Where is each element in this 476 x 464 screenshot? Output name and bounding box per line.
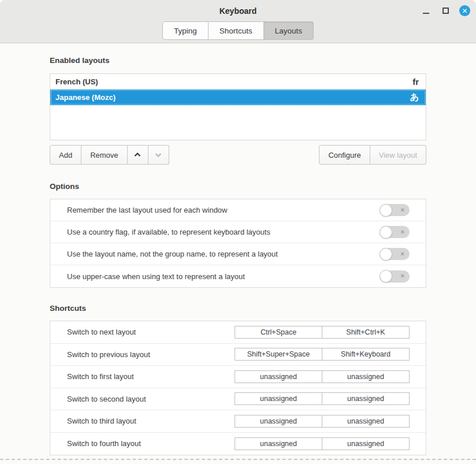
option-label: Use a country flag, if available, to rep…	[67, 228, 380, 236]
shortcut-label: Switch to first layout	[67, 372, 235, 381]
option-row-upper-case: Use upper-case when using text to repres…	[50, 265, 426, 287]
shortcut-secondary-button[interactable]: unassigned	[322, 370, 410, 383]
shortcut-label: Switch to fourth layout	[67, 439, 235, 448]
options-panel: Remember the last layout used for each w…	[50, 199, 426, 288]
layout-row-japanese[interactable]: Japanese (Mozc) あ	[50, 90, 426, 105]
toggle-knob	[380, 270, 392, 283]
close-button[interactable]: ✕	[459, 5, 470, 16]
remember-layout-toggle[interactable]: ×	[380, 204, 410, 216]
shortcut-binding-group: unassigned unassigned	[235, 437, 410, 450]
window-controls: ✕	[420, 0, 470, 21]
layout-indicator-badge: fr	[412, 77, 419, 87]
layout-row-french[interactable]: French (US) fr	[50, 74, 426, 90]
move-down-button[interactable]	[148, 145, 169, 165]
shortcut-binding-group: Shift+Super+Space Shift+Keyboard	[235, 348, 410, 361]
layouts-page: Enabled layouts French (US) fr Japanese …	[0, 43, 476, 455]
option-label: Use upper-case when using text to repres…	[67, 272, 380, 281]
keyboard-settings-window: Keyboard ✕ Typing Shortcuts Layouts Enab…	[0, 0, 476, 464]
option-label: Remember the last layout used for each w…	[67, 206, 380, 214]
shortcut-label: Switch to previous layout	[67, 350, 235, 359]
shortcuts-panel: Switch to next layout Ctrl+Space Shift+C…	[50, 321, 426, 455]
shortcut-secondary-button[interactable]: unassigned	[322, 392, 410, 405]
configure-button[interactable]: Configure	[319, 145, 370, 165]
remove-layout-button[interactable]: Remove	[81, 145, 127, 165]
options-heading: Options	[50, 181, 426, 192]
layout-name: Japanese (Mozc)	[55, 93, 410, 102]
chevron-up-icon	[133, 151, 142, 159]
shortcut-secondary-button[interactable]: unassigned	[322, 437, 410, 450]
shortcut-primary-button[interactable]: Shift+Super+Space	[235, 348, 322, 361]
option-row-country-flag: Use a country flag, if available, to rep…	[50, 221, 426, 243]
toggle-off-icon: ×	[401, 251, 404, 257]
tab-typing[interactable]: Typing	[162, 21, 209, 40]
scroll-undershoot-indicator	[0, 459, 476, 460]
enabled-layouts-heading: Enabled layouts	[50, 55, 426, 66]
close-icon: ✕	[462, 8, 467, 14]
shortcut-primary-button[interactable]: Ctrl+Space	[235, 326, 322, 339]
shortcut-row-third-layout: Switch to third layout unassigned unassi…	[50, 410, 426, 433]
shortcut-secondary-button[interactable]: Shift+Ctrl+K	[322, 326, 410, 339]
shortcut-secondary-button[interactable]: Shift+Keyboard	[322, 348, 410, 361]
shortcut-binding-group: unassigned unassigned	[235, 370, 410, 383]
toggle-knob	[380, 248, 392, 261]
tab-layouts[interactable]: Layouts	[264, 21, 314, 40]
shortcut-primary-button[interactable]: unassigned	[235, 437, 322, 450]
country-flag-toggle[interactable]: ×	[380, 226, 410, 238]
shortcut-row-fourth-layout: Switch to fourth layout unassigned unass…	[50, 433, 426, 455]
shortcut-secondary-button[interactable]: unassigned	[322, 415, 410, 428]
toggle-off-icon: ×	[401, 207, 404, 213]
window-title: Keyboard	[220, 6, 257, 16]
toggle-off-icon: ×	[401, 273, 404, 279]
layout-name-toggle[interactable]: ×	[380, 248, 410, 260]
shortcut-primary-button[interactable]: unassigned	[235, 370, 322, 383]
minimize-icon	[423, 13, 429, 14]
toggle-knob	[380, 204, 392, 217]
shortcut-row-second-layout: Switch to second layout unassigned unass…	[50, 388, 426, 411]
shortcut-primary-button[interactable]: unassigned	[235, 415, 322, 428]
shortcut-row-previous-layout: Switch to previous layout Shift+Super+Sp…	[50, 344, 426, 366]
shortcut-label: Switch to second layout	[67, 395, 235, 403]
list-edit-button-group: Add Remove	[50, 145, 169, 165]
shortcut-binding-group: Ctrl+Space Shift+Ctrl+K	[235, 326, 410, 339]
tab-shortcuts[interactable]: Shortcuts	[209, 21, 264, 40]
tab-bar: Typing Shortcuts Layouts	[0, 21, 476, 40]
maximize-icon	[442, 8, 449, 14]
shortcut-label: Switch to next layout	[67, 328, 235, 336]
view-layout-button[interactable]: View layout	[370, 145, 426, 165]
layout-list-actions: Add Remove Configure View layout	[50, 145, 426, 165]
chevron-down-icon	[154, 151, 162, 159]
shortcut-label: Switch to third layout	[67, 417, 235, 425]
titlebar[interactable]: Keyboard ✕	[0, 0, 476, 21]
option-label: Use the layout name, not the group name,…	[67, 250, 380, 258]
option-row-remember-layout: Remember the last layout used for each w…	[50, 199, 426, 221]
move-up-button[interactable]	[128, 145, 148, 165]
toggle-knob	[380, 226, 392, 239]
shortcut-row-first-layout: Switch to first layout unassigned unassi…	[50, 366, 426, 388]
toggle-off-icon: ×	[401, 229, 404, 235]
layout-indicator-badge: あ	[410, 92, 419, 103]
shortcut-primary-button[interactable]: unassigned	[235, 392, 322, 405]
upper-case-toggle[interactable]: ×	[380, 270, 410, 283]
window-header: Keyboard ✕ Typing Shortcuts Layouts	[0, 0, 476, 43]
shortcut-binding-group: unassigned unassigned	[235, 415, 410, 428]
add-layout-button[interactable]: Add	[50, 145, 81, 165]
shortcuts-heading: Shortcuts	[50, 303, 426, 314]
maximize-button[interactable]	[440, 5, 451, 17]
shortcut-binding-group: unassigned unassigned	[235, 392, 410, 405]
option-row-layout-name: Use the layout name, not the group name,…	[50, 243, 426, 265]
shortcut-row-next-layout: Switch to next layout Ctrl+Space Shift+C…	[50, 321, 426, 344]
layout-name: French (US)	[55, 77, 412, 86]
minimize-button[interactable]	[420, 5, 432, 17]
enabled-layouts-list: French (US) fr Japanese (Mozc) あ	[50, 73, 426, 140]
layout-config-button-group: Configure View layout	[319, 145, 426, 165]
